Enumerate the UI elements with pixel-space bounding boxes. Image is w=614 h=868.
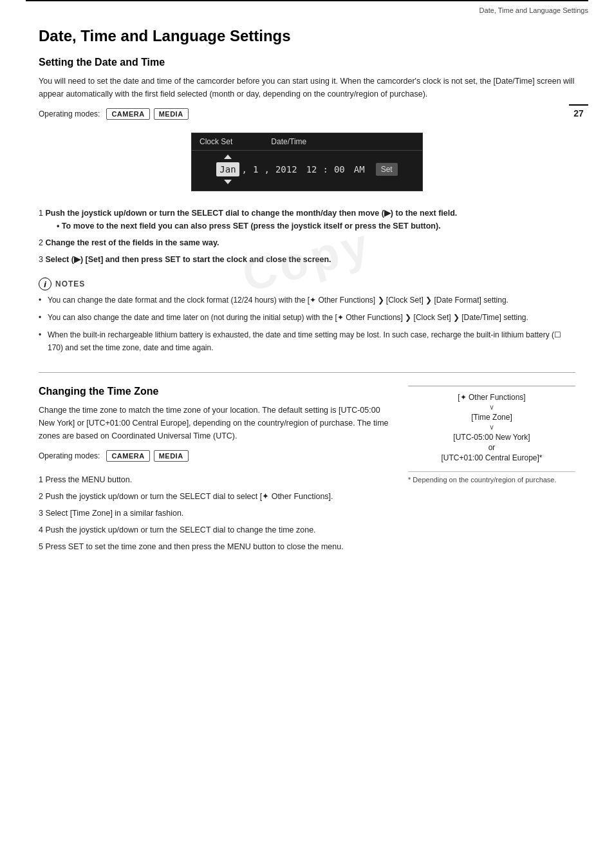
nav-item-1: [✦ Other Functions] xyxy=(408,393,575,402)
page-number: 27 xyxy=(569,104,588,118)
step-3-num: 3 xyxy=(39,255,45,264)
clock-screen: Clock Set Date/Time Jan , 1 , 2012 12 : … xyxy=(191,133,423,191)
page-content: 27 Copy Date, Time and Language Settings… xyxy=(0,14,614,589)
nav-item-3c: [UTC+01:00 Central Europe]* xyxy=(408,453,575,462)
clock-field-hour: 12 xyxy=(303,162,321,176)
notes-label: NOTES xyxy=(55,279,85,288)
clock-field-minute: 00 xyxy=(331,162,348,176)
clock-field-day: 1 xyxy=(250,162,261,176)
section2-layout: Changing the Time Zone Change the time z… xyxy=(39,386,575,563)
mode-badge-camera: CAMERA xyxy=(106,108,149,120)
section2-left: Changing the Time Zone Change the time z… xyxy=(39,386,389,563)
s2-step-4: 4 Push the joystick up/down or turn the … xyxy=(39,524,389,536)
section2-operating-modes: Operating modes: CAMERA MEDIA xyxy=(39,450,389,462)
mode-badge-media: MEDIA xyxy=(154,108,189,120)
clock-field-ampm: AM xyxy=(351,162,368,176)
nav-item-3b: or xyxy=(408,443,575,452)
s2-step-5: 5 Press SET to set the time zone and the… xyxy=(39,540,389,553)
section2-steps: 1 Press the MENU button. 2 Push the joys… xyxy=(39,473,389,553)
notes-header: i NOTES xyxy=(39,278,575,290)
s2-step-3: 3 Select [Time Zone] in a similar fashio… xyxy=(39,507,389,520)
section2-right: [✦ Other Functions] ∨ [Time Zone] ∨ [UTC… xyxy=(408,386,575,563)
step-2-text: Change the rest of the fields in the sam… xyxy=(45,238,219,247)
note-3: When the built-in rechargeable lithium b… xyxy=(39,329,575,354)
note-1: You can change the date format and the c… xyxy=(39,294,575,307)
clock-sep1: , xyxy=(242,164,247,175)
section2-mode-badge-media: MEDIA xyxy=(154,450,189,462)
section1-intro: You will need to set the date and time o… xyxy=(39,75,575,100)
clock-screen-header-left: Clock Set xyxy=(200,137,232,146)
step-3: 3 Select (▶) [Set] and then press SET to… xyxy=(39,253,575,266)
header-section-title: Date, Time and Language Settings xyxy=(0,1,614,14)
clock-field-jan-wrapper: Jan xyxy=(216,162,239,176)
clock-set-button[interactable]: Set xyxy=(376,163,398,176)
clock-screen-header: Clock Set Date/Time xyxy=(192,133,422,151)
step-1-sub: To move to the next field you can also p… xyxy=(57,220,575,232)
step-2: 2 Change the rest of the fields in the s… xyxy=(39,236,575,249)
step-1-num: 1 xyxy=(39,209,45,218)
clock-sep2: , xyxy=(264,164,269,175)
nav-item-2: [Time Zone] xyxy=(408,413,575,422)
step-1-sub-list: To move to the next field you can also p… xyxy=(39,220,575,232)
clock-screen-wrapper: Clock Set Date/Time Jan , 1 , 2012 12 : … xyxy=(39,133,575,191)
clock-arrow-up xyxy=(224,155,232,159)
clock-field-month: Jan xyxy=(216,162,239,176)
step-1-text: Push the joystick up/down or turn the SE… xyxy=(45,209,457,218)
notes-section: i NOTES You can change the date format a… xyxy=(39,278,575,354)
section1-title: Setting the Date and Time xyxy=(39,57,575,68)
section1-steps: 1 Push the joystick up/down or turn the … xyxy=(39,207,575,266)
clock-colon: : xyxy=(323,164,328,175)
section2-mode-badge-camera: CAMERA xyxy=(106,450,149,462)
section-divider xyxy=(39,372,575,373)
nav-item-3: [UTC-05:00 New York] xyxy=(408,433,575,442)
nav-arrow-1: ∨ xyxy=(408,403,575,411)
clock-field-year: 2012 xyxy=(272,162,301,176)
nav-box: [✦ Other Functions] ∨ [Time Zone] ∨ [UTC… xyxy=(408,386,575,462)
section2-title: Changing the Time Zone xyxy=(39,386,389,397)
notes-list: You can change the date format and the c… xyxy=(39,294,575,354)
section2-intro: Change the time zone to match the time z… xyxy=(39,404,389,442)
s2-step-2: 2 Push the joystick up/down or turn the … xyxy=(39,490,389,503)
note-2: You can also change the date and time la… xyxy=(39,312,575,324)
clock-arrow-down xyxy=(224,180,232,184)
clock-screen-body: Jan , 1 , 2012 12 : 00 AM Set xyxy=(192,151,422,191)
clock-screen-header-right: Date/Time xyxy=(271,137,306,146)
step-3-text: Select (▶) [Set] and then press SET to s… xyxy=(45,255,331,264)
s2-step-1: 1 Press the MENU button. xyxy=(39,473,389,486)
step-1: 1 Push the joystick up/down or turn the … xyxy=(39,207,575,232)
main-title: Date, Time and Language Settings xyxy=(39,27,575,45)
section2-operating-modes-label: Operating modes: xyxy=(39,451,100,460)
notes-icon: i xyxy=(39,278,51,290)
footnote: * Depending on the country/region of pur… xyxy=(408,471,575,484)
operating-modes-label: Operating modes: xyxy=(39,109,100,118)
section1-operating-modes: Operating modes: CAMERA MEDIA xyxy=(39,108,575,120)
nav-arrow-2: ∨ xyxy=(408,423,575,431)
top-rule xyxy=(26,0,588,1)
step-2-num: 2 xyxy=(39,238,45,247)
